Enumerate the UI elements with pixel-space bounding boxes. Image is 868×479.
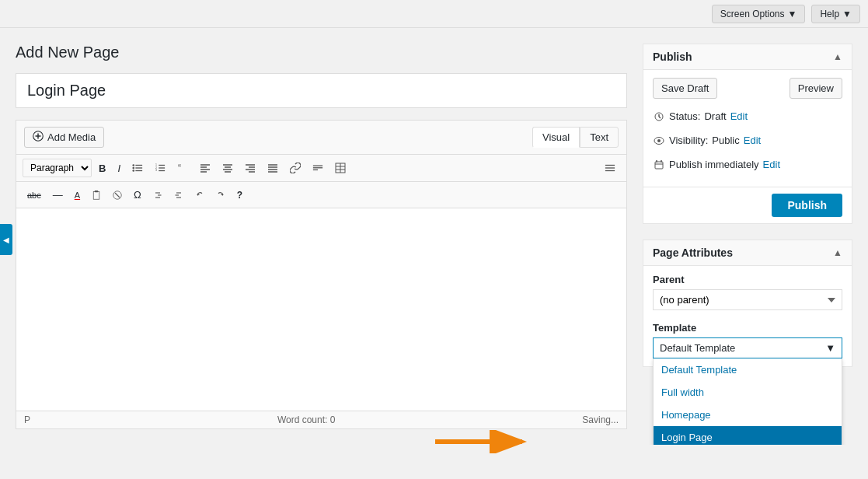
text-tab[interactable]: Text [580,127,619,148]
editor-area[interactable] [16,208,626,411]
svg-line-45 [115,193,120,198]
visibility-label: Visibility: [669,131,708,151]
save-draft-btn[interactable]: Save Draft [653,78,717,99]
paste-btn[interactable] [87,187,106,203]
paragraph-select[interactable]: Paragraph [23,159,92,177]
schedule-icon [653,159,665,171]
publish-collapse-icon[interactable]: ▲ [833,51,842,62]
svg-marker-52 [197,193,200,195]
schedule-row: Publish immediately Edit [653,155,842,175]
visibility-edit-link[interactable]: Edit [744,131,761,151]
page-attributes-header: Page Attributes ▲ [643,240,852,266]
table-btn[interactable] [330,159,350,177]
svg-rect-33 [313,167,322,168]
template-label: Template [653,322,842,334]
hr-btn[interactable]: — [48,186,68,204]
page-attributes-body: Parent (no parent) Template Default Temp… [643,266,852,366]
page-attributes-collapse-icon[interactable]: ▲ [833,247,842,258]
svg-rect-32 [313,166,322,166]
visibility-icon [653,135,665,147]
page-attributes-box: Page Attributes ▲ Parent (no parent) Tem… [643,240,852,367]
italic-btn[interactable]: I [113,159,125,177]
schedule-edit-link[interactable]: Edit [763,155,780,175]
help-btn[interactable]: Help ▼ [811,5,860,23]
screen-options-label: Screen Options [720,9,785,19]
svg-text:3: 3 [155,169,157,172]
template-select-btn[interactable]: Default Template ▼ [653,337,842,358]
publish-meta: Status: Draft Edit Visibility: Public Ed… [653,107,842,175]
svg-text:“: “ [178,163,181,173]
template-option-login-page[interactable]: Login Page [654,426,842,445]
add-media-btn[interactable]: Add Media [24,127,104,148]
unordered-list-btn[interactable] [127,159,148,177]
toggle-toolbar-btn[interactable] [600,159,620,177]
more-btn[interactable] [308,159,328,177]
svg-line-56 [659,117,661,118]
template-selected-value: Default Template [660,342,735,354]
screen-options-chevron-icon: ▼ [788,9,797,19]
special-char-btn[interactable]: Ω [129,186,146,204]
svg-point-58 [657,139,661,142]
status-row: Status: Draft Edit [653,107,842,127]
visibility-row: Visibility: Public Edit [653,131,842,151]
align-center-btn[interactable] [218,159,238,177]
toolbar-row-2: abc — A Ω [16,182,626,208]
svg-point-4 [132,164,134,166]
svg-marker-53 [221,193,223,195]
template-dropdown-list: Default TemplateFull widthHomepageLogin … [653,358,842,445]
status-icon [653,110,665,123]
help-toolbar-btn[interactable]: ? [232,187,247,204]
status-edit-link[interactable]: Edit [730,107,748,127]
link-btn[interactable] [285,159,305,177]
add-media-label: Add Media [47,131,96,143]
align-justify-btn[interactable] [263,159,283,177]
side-toggle[interactable]: ◀ [0,224,12,255]
outdent-btn[interactable] [169,187,188,203]
parent-label: Parent [653,274,842,285]
svg-rect-34 [313,170,318,170]
page-title: Add New Page [16,44,627,61]
template-option-default[interactable]: Default Template [654,358,842,381]
publish-btn[interactable]: Publish [772,194,842,217]
svg-rect-59 [655,162,663,169]
align-right-btn[interactable] [240,159,260,177]
schedule-label: Publish immediately [669,155,759,175]
top-bar: Screen Options ▼ Help ▼ [0,0,868,28]
indent-btn[interactable] [148,187,167,203]
template-option-full-width[interactable]: Full width [654,381,842,404]
parent-select[interactable]: (no parent) [653,289,842,310]
clear-format-btn[interactable] [108,187,127,203]
redo-btn[interactable] [211,187,230,203]
help-label: Help [820,9,839,19]
ordered-list-btn[interactable]: 123 [150,159,170,177]
publish-box-title: Publish [653,51,692,63]
publish-actions: Save Draft Preview [653,78,842,99]
bold-btn[interactable]: B [94,159,110,177]
toolbar-row-1: Paragraph B I 123 “ [16,155,626,182]
right-panel: Publish ▲ Save Draft Preview Status: Dra… [643,44,852,429]
svg-point-8 [132,170,134,172]
text-color-btn[interactable]: A [70,187,85,203]
help-chevron-icon: ▼ [842,9,852,19]
page-title-input[interactable] [16,73,627,108]
strikethrough-btn[interactable]: abc [23,187,46,203]
blockquote-btn[interactable]: “ [173,159,193,177]
publish-box-header: Publish ▲ [643,44,852,70]
visual-tab[interactable]: Visual [532,127,580,148]
visibility-value: Public [712,131,739,151]
editor-container: Add Media Visual Text Paragraph B I 123 [16,120,627,429]
publish-button-row: Publish [643,187,852,223]
editor-footer: P Word count: 0 Saving... [16,411,626,428]
align-left-btn[interactable] [195,159,215,177]
add-media-icon [33,131,44,144]
editor-path: P [24,414,30,425]
svg-point-6 [132,167,134,170]
saving-indicator: Saving... [582,414,619,425]
template-option-homepage[interactable]: Homepage [654,404,842,426]
screen-options-btn[interactable]: Screen Options ▼ [712,5,806,23]
undo-btn[interactable] [190,187,209,203]
template-dropdown-container: Template Default Template ▼ Default Temp… [653,322,842,358]
svg-rect-42 [93,191,99,199]
preview-btn[interactable]: Preview [790,78,842,99]
status-label: Status: [669,107,700,127]
